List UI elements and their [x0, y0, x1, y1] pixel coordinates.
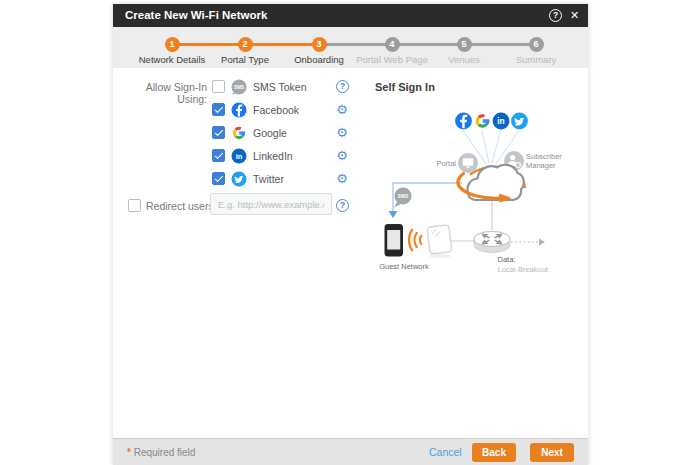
twitter-gear-icon[interactable]: ⚙	[335, 171, 349, 187]
router-icon	[474, 231, 510, 252]
wifi-signal-icon	[409, 230, 421, 251]
close-icon[interactable]: ✕	[570, 8, 579, 23]
cancel-link[interactable]: Cancel	[429, 446, 462, 458]
onboarding-step-content: Allow Sign-In Using: SMS Token ? Faceboo…	[113, 68, 588, 438]
wizard-stepper: 1 2 3 4 5 6 Network Details Portal Type …	[113, 27, 588, 68]
stepper-connector-3-4	[319, 43, 392, 46]
signin-option-label: Facebook	[253, 104, 299, 116]
diagram-title: Self Sign In	[375, 81, 435, 93]
google-icon	[474, 112, 491, 129]
facebook-gear-icon[interactable]: ⚙	[335, 102, 349, 118]
step-circle-onboarding[interactable]: 3	[312, 37, 327, 52]
sms-bubble-icon: SMS	[394, 188, 412, 208]
redirect-url-input[interactable]	[210, 193, 332, 215]
linkedin-icon	[493, 113, 510, 130]
stepper-connector-2-3	[245, 43, 319, 46]
twitter-icon	[231, 171, 247, 187]
subscriber-label-2: Manager	[526, 161, 556, 170]
local-breakout-label: Local-Breakout	[498, 265, 549, 274]
stepper-connector-1-2	[172, 43, 245, 46]
signin-option-label: Google	[253, 127, 287, 139]
sms-icon	[231, 79, 247, 95]
stepper-connector-4-5	[392, 43, 464, 46]
linkedin-icon	[231, 148, 247, 164]
dialog-titlebar: Create New Wi-Fi Network ? ✕	[113, 4, 588, 27]
redirect-checkbox[interactable]	[128, 199, 141, 212]
step-circle-summary[interactable]: 6	[529, 37, 544, 52]
google-checkbox[interactable]	[212, 126, 225, 139]
portal-label: Portal	[436, 159, 456, 168]
step-circle-portal-type[interactable]: 2	[238, 37, 253, 52]
titlebar-help-icon[interactable]: ?	[549, 9, 562, 22]
twitter-icon	[511, 113, 528, 130]
linkedin-checkbox[interactable]	[212, 149, 225, 162]
signin-option-label: SMS Token	[253, 81, 307, 93]
stepper-connector-5-6	[464, 43, 536, 46]
svg-text:SMS: SMS	[398, 194, 409, 199]
step-label-summary[interactable]: Summary	[491, 54, 581, 65]
portal-monitor-glyph	[463, 158, 474, 166]
google-gear-icon[interactable]: ⚙	[335, 125, 349, 141]
linkedin-gear-icon[interactable]: ⚙	[335, 148, 349, 164]
create-wifi-network-dialog: Create New Wi-Fi Network ? ✕ 1 2 3 4 5 6…	[113, 4, 588, 465]
signin-option-label: Twitter	[253, 173, 284, 185]
step-circle-network-details[interactable]: 1	[165, 37, 180, 52]
right-arrow-icon	[539, 239, 545, 246]
sms-token-checkbox[interactable]	[212, 80, 225, 93]
signin-row-sms-token: SMS Token ?	[113, 79, 588, 95]
data-label: Data:	[498, 255, 516, 264]
facebook-checkbox[interactable]	[212, 103, 225, 116]
redirect-help-icon[interactable]: ?	[336, 199, 349, 212]
next-button[interactable]: Next	[530, 443, 574, 462]
dialog-title: Create New Wi-Fi Network	[125, 4, 267, 27]
required-field-note: * Required field	[127, 447, 195, 458]
step-circle-venues[interactable]: 5	[457, 37, 472, 52]
self-sign-in-diagram: Portal Subscriber Manager	[370, 100, 570, 280]
access-point-icon	[427, 225, 452, 254]
dialog-footer: * Required field Cancel Back Next	[113, 438, 588, 465]
facebook-icon	[455, 113, 472, 130]
back-button[interactable]: Back	[472, 443, 516, 462]
subscriber-label-1: Subscriber	[526, 152, 562, 161]
guest-network-label: Guest Network	[379, 262, 429, 271]
signin-option-label: LinkedIn	[253, 150, 293, 162]
down-arrow-icon	[389, 211, 398, 218]
step-circle-portal-web-page[interactable]: 4	[385, 37, 400, 52]
sms-token-help-icon[interactable]: ?	[336, 80, 349, 93]
facebook-icon	[231, 102, 247, 118]
google-icon	[231, 125, 247, 141]
twitter-checkbox[interactable]	[212, 172, 225, 185]
